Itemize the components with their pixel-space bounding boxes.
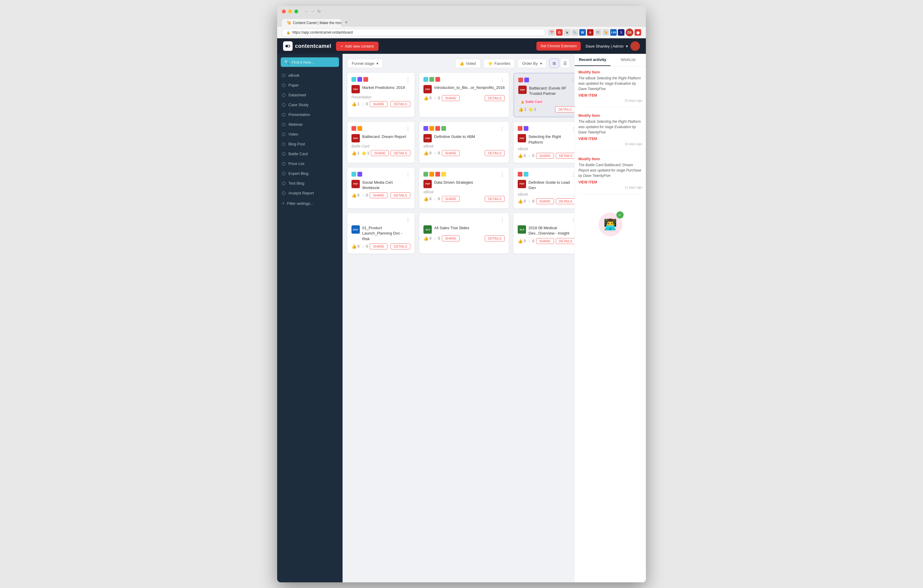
ext-w-icon[interactable]: W (579, 29, 586, 36)
card-12-share-button[interactable]: SHARE (536, 238, 554, 244)
tag-green-2 (429, 77, 434, 82)
sidebar-item-analyst-report[interactable]: Analyst Report (277, 188, 343, 198)
card-10-star-count: 0 (366, 244, 368, 248)
activity-1-link[interactable]: VIEW ITEM (578, 94, 642, 97)
user-area[interactable]: Dave Shanley | Admin ▾ (585, 41, 640, 51)
sidebar-item-ebook[interactable]: eBook (277, 71, 343, 80)
sidebar-item-price-list[interactable]: Price List (277, 159, 343, 169)
card-7-share-button[interactable]: SHARE (370, 192, 388, 198)
maximize-window-button[interactable] (294, 10, 298, 13)
active-tab[interactable]: 🐪 Content Camel | Make the mos... × (282, 19, 342, 27)
card-6-menu[interactable]: ⋮ (571, 126, 575, 132)
ext-cursor-icon[interactable]: 🖱 (564, 29, 570, 36)
profile-avatar[interactable]: DS (626, 28, 633, 36)
ext-calendar-icon[interactable]: 📅 (549, 29, 555, 36)
sidebar-item-webinar[interactable]: Webinar (277, 120, 343, 129)
favorites-label: Favorites (494, 61, 510, 66)
sidebar-item-case-study[interactable]: Case Study (277, 100, 343, 110)
sidebar-item-video[interactable]: Video (277, 129, 343, 139)
add-content-button[interactable]: + Add new content (336, 42, 378, 51)
ext-acrobat-icon[interactable]: A (587, 29, 593, 36)
card-6-actions: 👍 0 ☆ 0 SHARE DETAILS (518, 153, 575, 159)
card-11-menu[interactable]: ⋮ (500, 217, 504, 223)
card-1-share-button[interactable]: SHARE (370, 101, 388, 107)
activity-3-link[interactable]: VIEW ITEM (578, 180, 642, 184)
card-10-menu[interactable]: ⋮ (406, 217, 411, 223)
tag-green-8 (424, 172, 428, 177)
card-11-details-button[interactable]: DETAILS (485, 235, 504, 241)
card-4-details-button[interactable]: DETAILS (391, 150, 411, 156)
card-2-details-button[interactable]: DETAILS (485, 95, 504, 101)
grid-view-button[interactable]: ⊞ (550, 59, 559, 68)
tag-teal-9 (524, 172, 529, 177)
recent-activity-tab[interactable]: Recent activity (575, 54, 611, 66)
back-button[interactable]: ← (304, 9, 308, 14)
sidebar: 🔍 Find it here... eBook Paper Datasheet (277, 54, 343, 582)
card-10-share-button[interactable]: SHARE (370, 243, 388, 250)
sidebar-item-test-blog[interactable]: Test Blog (277, 178, 343, 188)
ext-chrome-icon[interactable]: 🔧 (572, 29, 578, 36)
activity-2-link[interactable]: VIEW ITEM (578, 137, 642, 141)
thumbs-up-icon: 👍 (460, 61, 464, 66)
ext-g-icon[interactable]: G (556, 29, 563, 36)
content-card-12: ⋮ XLS 2018 08 Medical Dev...Overview - I… (514, 213, 575, 254)
list-view-button[interactable]: ☰ (560, 59, 570, 68)
card-6-details-button[interactable]: DETAILS (556, 153, 575, 159)
card-9-menu[interactable]: ⋮ (571, 172, 575, 177)
card-1-menu[interactable]: ⋮ (406, 77, 411, 83)
card-5-details-button[interactable]: DETAILS (485, 150, 504, 156)
card-5-menu[interactable]: ⋮ (500, 126, 504, 132)
ext-1-icon[interactable]: 1:83 (610, 29, 617, 36)
card-4-menu[interactable]: ⋮ (406, 126, 411, 132)
sidebar-item-presentation[interactable]: Presentation (277, 110, 343, 120)
new-tab-button[interactable]: + (342, 18, 351, 27)
plus-icon: + (341, 44, 343, 48)
close-window-button[interactable] (282, 10, 286, 13)
sidebar-item-expert-blog[interactable]: Expert Blog (277, 169, 343, 178)
card-9-share-button[interactable]: SHARE (536, 198, 554, 204)
card-3-details-button[interactable]: DETAILS (555, 107, 575, 112)
card-11-share-button[interactable]: SHARE (442, 235, 460, 241)
card-9-details-button[interactable]: DETAILS (556, 198, 575, 204)
search-box[interactable]: 🔍 Find it here... (281, 57, 339, 67)
sidebar-item-blog-post[interactable]: Blog Post (277, 139, 343, 149)
card-5-share-button[interactable]: SHARE (442, 150, 460, 156)
chrome-extension-button[interactable]: Get Chrome Extension (536, 42, 581, 51)
card-1-details-button[interactable]: DETAILS (391, 101, 411, 107)
sidebar-label-expert-blog: Expert Blog (288, 171, 308, 176)
card-6-header: ⋮ (518, 126, 575, 132)
sidebar-item-datasheet[interactable]: Datasheet (277, 90, 343, 100)
card-10-details-button[interactable]: DETAILS (391, 243, 411, 250)
card-8-menu[interactable]: ⋮ (500, 172, 504, 177)
card-7-details-button[interactable]: DETAILS (391, 192, 411, 198)
favorites-button[interactable]: ⭐ Favorites (483, 59, 515, 68)
card-8-details-button[interactable]: DETAILS (485, 196, 504, 202)
card-6-stars: ☆ 0 (527, 153, 534, 158)
card-4-actions: 👍 1 ⭐ 1 SHARE DETAILS (351, 150, 411, 156)
ext-shield-icon[interactable]: 🛡 (595, 29, 601, 36)
wishlist-tab[interactable]: WishList (611, 54, 646, 66)
ext-s-icon[interactable]: S (618, 29, 624, 36)
address-bar[interactable]: 🔒 https://app.contentcamel.io/dashboard (282, 29, 545, 36)
ext-dot-icon[interactable]: ⬤ (635, 29, 641, 36)
card-7-menu[interactable]: ⋮ (406, 172, 411, 177)
card-12-details-button[interactable]: DETAILS (556, 238, 575, 244)
card-2-share-button[interactable]: SHARE (442, 95, 460, 101)
sidebar-item-paper[interactable]: Paper (277, 80, 343, 90)
minimize-window-button[interactable] (288, 10, 292, 13)
forward-button[interactable]: → (311, 9, 315, 14)
reload-button[interactable]: ↻ (317, 9, 321, 14)
voted-button[interactable]: 👍 Voted (455, 59, 480, 68)
sidebar-item-battle-card[interactable]: Battle Card (277, 149, 343, 159)
card-8-share-button[interactable]: SHARE (442, 196, 460, 202)
card-4-share-button[interactable]: SHARE (371, 150, 389, 156)
filter-settings[interactable]: + Filter settings... (277, 198, 343, 209)
order-by-select[interactable]: Order By ▾ (518, 59, 547, 68)
funnel-stage-select[interactable]: Funnel stage ▾ (347, 59, 383, 68)
app-container: contentcamel + Add new content Get Chrom… (277, 38, 646, 582)
card-2-menu[interactable]: ⋮ (500, 77, 504, 83)
card-12-menu[interactable]: ⋮ (571, 217, 575, 223)
card-3-menu[interactable]: ⋮ (570, 77, 575, 83)
ext-camel-icon[interactable]: 🐪 (603, 29, 609, 36)
card-6-share-button[interactable]: SHARE (536, 153, 554, 159)
